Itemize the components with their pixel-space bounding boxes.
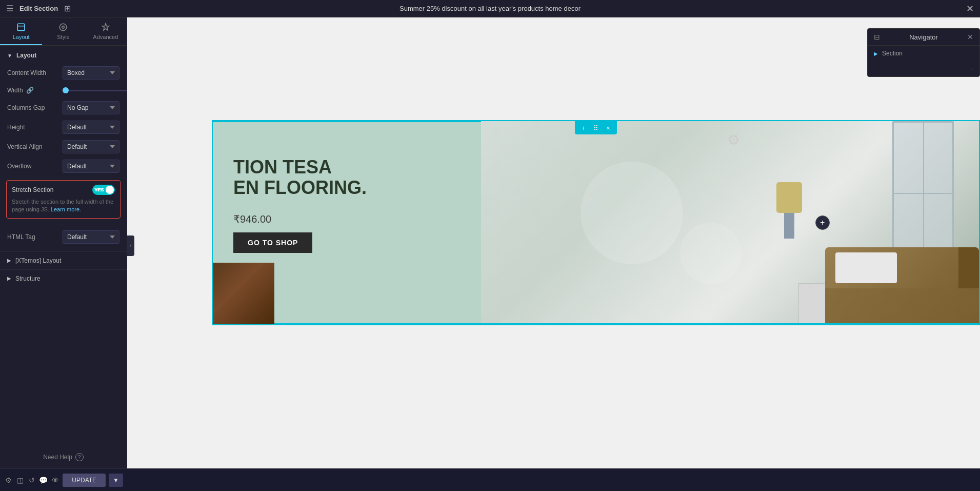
xtemos-arrow-icon: ▶: [7, 258, 11, 263]
tab-style[interactable]: Style: [42, 17, 84, 45]
columns-gap-select[interactable]: No Gap Default: [63, 101, 119, 114]
stretch-section-toggle[interactable]: YES: [92, 185, 115, 195]
deco-circle-1: [581, 162, 683, 264]
navigator-section-label: Section: [882, 50, 903, 57]
navigator-close-icon[interactable]: ✕: [967, 33, 973, 41]
navigator-header: ⊟ Navigator ✕: [868, 29, 979, 46]
ceiling-fan-icon: ⚙: [727, 131, 740, 148]
bottom-bar: ⚙ ◫ ↺ 💬 👁 UPDATE ▼: [0, 468, 127, 491]
tab-style-label: Style: [57, 34, 69, 40]
window-frame: [892, 121, 954, 265]
html-tag-row: HTML Tag Default div section: [0, 227, 127, 247]
vertical-align-label: Vertical Align: [7, 143, 58, 150]
height-row: Height Default Min Height: [0, 117, 127, 137]
grid-icon[interactable]: ⊞: [64, 4, 71, 13]
nav-section-arrow-icon: ▶: [874, 51, 878, 56]
link-icon: 🔗: [26, 87, 34, 94]
navigator-footer: ···: [868, 61, 979, 76]
structure-label: Structure: [15, 275, 41, 282]
section-text-area: TION TESA EN FLOORING. ₹946.00 GO TO SHO…: [213, 142, 387, 268]
xtemos-layout-section[interactable]: ▶ [XTemos] Layout: [0, 251, 127, 269]
comment-icon[interactable]: 💬: [39, 473, 48, 487]
structure-section[interactable]: ▶ Structure: [0, 269, 127, 287]
layout-arrow-icon: ▼: [7, 53, 12, 58]
top-banner-text: Summer 25% discount on all last year's p…: [399, 5, 581, 12]
tab-layout[interactable]: Layout: [0, 17, 42, 45]
history-icon[interactable]: ↺: [28, 473, 36, 487]
update-button[interactable]: UPDATE: [63, 474, 106, 487]
layers-icon[interactable]: ◫: [16, 473, 25, 487]
section-title-line2: EN FLOORING.: [233, 177, 367, 198]
tab-advanced[interactable]: Advanced: [85, 17, 127, 45]
top-bar-right: ✕: [960, 3, 980, 14]
style-tab-icon: [58, 23, 68, 32]
svg-point-3: [62, 26, 65, 29]
eye-icon[interactable]: 👁: [51, 473, 59, 487]
width-label: Width 🔗: [7, 87, 58, 94]
stretch-section-box: Stretch Section YES Stretch the section …: [6, 180, 121, 219]
need-help[interactable]: Need Help ?: [0, 446, 127, 468]
section-add-button[interactable]: +: [578, 122, 589, 133]
navigator-title: Navigator: [909, 33, 938, 41]
room-image: ⚙ +: [481, 121, 979, 324]
navigator-panel: ⊟ Navigator ✕ ▶ Section ···: [867, 28, 980, 77]
html-tag-label: HTML Tag: [7, 233, 58, 241]
toggle-yes-pill[interactable]: YES: [92, 185, 115, 195]
hamburger-icon[interactable]: ☰: [6, 4, 13, 13]
vertical-align-select[interactable]: Default Top Middle Bottom: [63, 140, 119, 153]
html-tag-select[interactable]: Default div section: [63, 230, 119, 244]
navigator-minimize-icon[interactable]: ⊟: [874, 33, 880, 41]
stretch-section-desc: Stretch the section to the full width of…: [12, 198, 115, 214]
content-width-select[interactable]: Boxed Full Width: [63, 66, 119, 80]
advanced-tab-icon: [101, 23, 110, 32]
stretch-learn-more-link[interactable]: Learn more.: [51, 206, 81, 212]
settings-icon[interactable]: ⚙: [4, 473, 13, 487]
structure-arrow-icon: ▶: [7, 276, 11, 281]
height-label: Height: [7, 124, 58, 131]
question-circle-icon: ?: [75, 453, 84, 461]
layout-tab-icon: [16, 23, 26, 32]
section-price: ₹946.00: [233, 213, 367, 225]
top-bar-left: ☰ Edit Section ⊞: [0, 4, 77, 13]
panel-pull-tab[interactable]: ‹: [127, 235, 134, 256]
toggle-knob: [106, 186, 114, 194]
stretch-section-label: Stretch Section: [12, 186, 53, 193]
update-dropdown-button[interactable]: ▼: [109, 474, 123, 487]
layout-section-heading[interactable]: ▼ Layout: [0, 46, 127, 63]
section-title: TION TESA EN FLOORING.: [233, 157, 367, 198]
content-width-row: Content Width Boxed Full Width: [0, 63, 127, 83]
overflow-select[interactable]: Default Hidden: [63, 160, 119, 173]
width-slider[interactable]: [63, 90, 127, 91]
section-element[interactable]: + ⠿ × TION TESA EN FLOORING. ₹946.00 GO …: [212, 120, 980, 325]
overflow-label: Overflow: [7, 163, 58, 170]
section-move-button[interactable]: ⠿: [590, 122, 602, 133]
section-close-button[interactable]: ×: [603, 122, 614, 133]
close-icon[interactable]: ✕: [966, 3, 974, 14]
wood-panel: [213, 263, 274, 324]
interior-lamp: [774, 182, 805, 244]
width-row: Width 🔗: [0, 83, 127, 98]
deco-circle-2: [680, 223, 742, 284]
tab-layout-label: Layout: [13, 34, 30, 40]
lamp-shade: [776, 182, 802, 213]
section-title-line1: TION TESA: [233, 156, 332, 178]
add-column-button[interactable]: +: [815, 215, 830, 230]
toggle-yes-label: YES: [95, 187, 104, 192]
panel-title: Edit Section: [19, 5, 58, 12]
navigator-controls-left: ⊟: [874, 33, 880, 41]
tab-advanced-label: Advanced: [93, 34, 118, 40]
svg-point-2: [60, 24, 67, 31]
height-select[interactable]: Default Min Height: [63, 121, 119, 134]
window-vertical-bar: [923, 123, 924, 263]
divider-1: [0, 225, 127, 225]
section-cta-button[interactable]: GO TO SHOP: [233, 232, 312, 253]
vertical-align-row: Vertical Align Default Top Middle Bottom: [0, 137, 127, 156]
sofa: [825, 247, 979, 324]
navigator-section-item[interactable]: ▶ Section: [874, 50, 973, 57]
main-canvas: + ⠿ × TION TESA EN FLOORING. ₹946.00 GO …: [127, 17, 980, 468]
width-slider-container: [63, 85, 127, 96]
navigator-body: ▶ Section: [868, 46, 979, 61]
stretch-section-row: Stretch Section YES: [12, 185, 115, 195]
content-width-label: Content Width: [7, 69, 58, 76]
layout-heading-label: Layout: [16, 52, 36, 59]
